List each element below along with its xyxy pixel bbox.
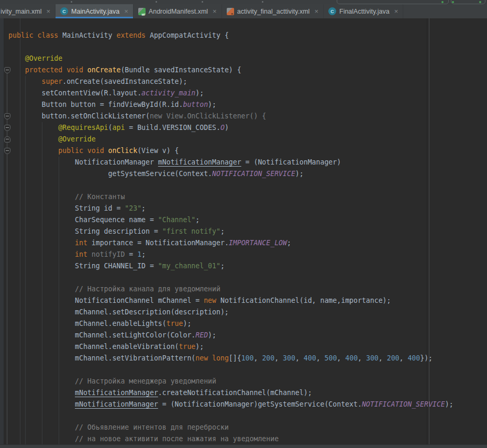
code-line (8, 180, 453, 191)
editor-tab-androidmanifest-xml[interactable]: AndroidManifest.xml× (134, 4, 222, 18)
fold-marker-icon[interactable] (4, 136, 10, 143)
fold-marker-icon[interactable] (4, 113, 10, 119)
code-line: // Настройка менеджера уведомлений (8, 376, 453, 387)
code-line: mNotificationManager = (NotificationMana… (8, 399, 453, 410)
editor-tab-finalacttivity-java[interactable]: CFinalActtivity.java× (324, 4, 403, 18)
close-icon[interactable]: × (47, 8, 51, 15)
code-line (8, 272, 453, 283)
code-line: Button button = findViewById(R.id.button… (8, 99, 453, 111)
tab-label: ivity_main.xml (1, 8, 42, 15)
class-file-icon: C (60, 7, 68, 15)
code-line: String description = "first notify"; (8, 226, 453, 237)
code-line: @RequiresApi(api = Build.VERSION_CODES.O… (8, 122, 453, 134)
code-line (8, 410, 453, 422)
fold-marker-icon[interactable] (4, 148, 10, 154)
run-config-widget[interactable] (337, 0, 449, 4)
code-line: // Настройка канала для уведомлений (8, 283, 453, 295)
close-icon[interactable]: × (314, 8, 318, 15)
toolbar-dot (202, 1, 203, 3)
code-line: String CHANNEL_ID = "my_channel_01"; (8, 260, 453, 272)
code-line: @Override (8, 134, 453, 145)
code-line: int importance = NotificationManager.IMP… (8, 237, 453, 249)
toolbar-dot (71, 1, 72, 3)
debug-icon[interactable] (452, 1, 454, 3)
toolbar-dot (156, 1, 157, 3)
fold-marker-icon[interactable] (4, 125, 10, 131)
code-line: NotificationManager mNotificationManager… (8, 157, 453, 168)
toolbar-strip (0, 0, 487, 4)
code-line: button.setOnClickListener(new View.OnCli… (8, 111, 453, 122)
code-line: mChannel.enableVibration(true); (8, 341, 453, 353)
toolbar-dot (262, 1, 263, 3)
code-line: // Константы (8, 191, 453, 203)
code-line: mChannel.setDescription(description); (8, 307, 453, 318)
code-line: mChannel.setLightColor(Color.RED); (8, 330, 453, 341)
code-line: public class MainActivity extends AppCom… (8, 30, 453, 41)
code-line: mNotificationManager.createNotificationC… (8, 387, 453, 399)
code-line: getSystemService(Context.NOTIFICATION_SE… (8, 168, 453, 180)
manifest-file-icon (138, 8, 146, 15)
close-icon[interactable]: × (213, 8, 217, 15)
tab-bar: ivity_main.xml×CMainActivity.java×Androi… (0, 4, 487, 18)
code-line (8, 41, 453, 53)
code-line: String id = "23"; (8, 203, 453, 214)
tool-window-stripe (0, 18, 4, 444)
code-line (8, 364, 453, 376)
code-line: protected void onCreate(Bundle savedInst… (8, 64, 453, 76)
code-line (8, 18, 453, 30)
tab-label: AndroidManifest.xml (149, 8, 208, 15)
code-line: NotificationChannel mChannel = new Notif… (8, 295, 453, 307)
tab-label: activity_final_acttivity.xml (237, 8, 310, 15)
code-line: // на новое активити после нажатия на ув… (8, 433, 453, 444)
tab-label: FinalActtivity.java (339, 8, 390, 15)
code-line: setContentView(R.layout.activity_main); (8, 88, 453, 99)
code-line: @Override (8, 53, 453, 64)
fold-region-line (7, 67, 7, 444)
close-icon[interactable]: × (394, 8, 399, 15)
code-line: CharSequence name = "Channel"; (8, 214, 453, 226)
code-line: // Обьявление интентов для переброски (8, 422, 453, 433)
close-icon[interactable]: × (124, 8, 128, 15)
bottom-tool-window-bar: TODO!Problems>_TerminalLogcatBuildProfil… (0, 444, 487, 448)
editor-tab-mainactivity-java[interactable]: CMainActivity.java× (56, 4, 134, 18)
code-editor[interactable]: public class MainActivity extends AppCom… (0, 18, 487, 444)
editor-tab-ivity-main-xml[interactable]: ivity_main.xml× (0, 4, 56, 18)
code-line: mChannel.setVibrationPattern(new long[]{… (8, 353, 453, 364)
layout-file-icon (227, 8, 234, 15)
code-line: super.onCreate(savedInstanceState); (8, 76, 453, 88)
code-line: int notifyID = 1; (8, 249, 453, 260)
code-area[interactable]: public class MainActivity extends AppCom… (8, 18, 453, 444)
fold-marker-icon[interactable] (4, 67, 10, 73)
ide-window: { "colors": { "editor_bg": "#2b2b2b", "b… (0, 0, 487, 448)
editor-tab-activity-final-acttivity-xml[interactable]: activity_final_acttivity.xml× (222, 4, 324, 18)
device-status-icon (479, 1, 481, 3)
run-icon[interactable] (441, 1, 444, 3)
class-file-icon: C (328, 7, 336, 15)
tab-label: MainActivity.java (71, 8, 119, 15)
code-line: mChannel.enableLights(true); (8, 318, 453, 330)
code-line: public void onClick(View v) { (8, 145, 453, 157)
